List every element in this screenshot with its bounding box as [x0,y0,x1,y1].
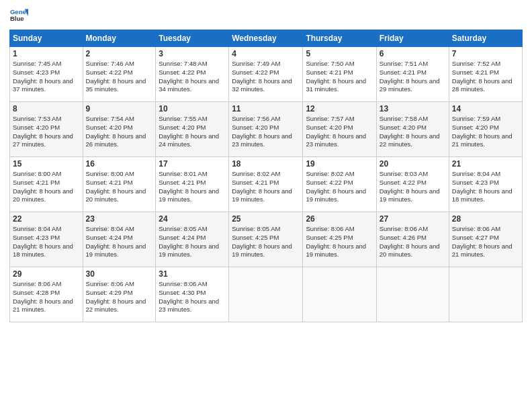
day-number: 15 [13,159,80,169]
table-row: 16 Sunrise: 8:00 AMSunset: 4:21 PMDaylig… [83,157,156,212]
day-info: Sunrise: 7:58 AMSunset: 4:20 PMDaylight:… [380,115,440,148]
day-info: Sunrise: 8:06 AMSunset: 4:29 PMDaylight:… [86,280,146,313]
day-info: Sunrise: 8:04 AMSunset: 4:24 PMDaylight:… [86,225,146,258]
table-row: 19 Sunrise: 8:02 AMSunset: 4:22 PMDaylig… [303,157,376,212]
day-header-wednesday: Wednesday [229,30,303,47]
day-number: 21 [452,159,519,169]
table-row: 27 Sunrise: 8:06 AMSunset: 4:26 PMDaylig… [376,212,449,267]
table-row [449,267,522,322]
table-row: 9 Sunrise: 7:54 AMSunset: 4:20 PMDayligh… [83,102,156,157]
table-row: 31 Sunrise: 8:06 AMSunset: 4:30 PMDaylig… [156,267,229,322]
day-info: Sunrise: 8:04 AMSunset: 4:23 PMDaylight:… [452,170,513,203]
day-info: Sunrise: 7:46 AMSunset: 4:22 PMDaylight:… [86,60,146,93]
day-number: 2 [86,49,153,58]
day-number: 26 [306,214,373,224]
day-info: Sunrise: 7:53 AMSunset: 4:20 PMDaylight:… [13,115,73,148]
table-row: 24 Sunrise: 8:05 AMSunset: 4:24 PMDaylig… [156,212,229,267]
day-info: Sunrise: 7:52 AMSunset: 4:21 PMDaylight:… [452,60,513,93]
table-row [376,267,449,322]
day-number: 8 [13,104,80,113]
table-row: 4 Sunrise: 7:49 AMSunset: 4:22 PMDayligh… [229,47,303,102]
day-info: Sunrise: 8:05 AMSunset: 4:25 PMDaylight:… [232,225,292,258]
day-number: 11 [232,104,300,113]
table-row [229,267,303,322]
svg-text:Blue: Blue [10,15,24,22]
table-row: 29 Sunrise: 8:06 AMSunset: 4:28 PMDaylig… [10,267,83,322]
table-row: 1 Sunrise: 7:45 AMSunset: 4:23 PMDayligh… [10,47,83,102]
table-row: 25 Sunrise: 8:05 AMSunset: 4:25 PMDaylig… [229,212,303,267]
logo: General Blue [9,7,28,26]
day-info: Sunrise: 7:49 AMSunset: 4:22 PMDaylight:… [232,60,292,93]
day-number: 19 [306,159,373,169]
day-info: Sunrise: 7:55 AMSunset: 4:20 PMDaylight:… [159,115,219,148]
day-number: 4 [232,49,300,58]
day-number: 27 [380,214,446,224]
table-row: 5 Sunrise: 7:50 AMSunset: 4:21 PMDayligh… [303,47,376,102]
day-number: 31 [159,269,226,279]
day-header-sunday: Sunday [10,30,83,47]
day-number: 25 [232,214,300,224]
table-row: 2 Sunrise: 7:46 AMSunset: 4:22 PMDayligh… [83,47,156,102]
day-header-tuesday: Tuesday [156,30,229,47]
day-header-thursday: Thursday [303,30,376,47]
day-info: Sunrise: 7:56 AMSunset: 4:20 PMDaylight:… [232,115,292,148]
table-row [303,267,376,322]
table-row: 21 Sunrise: 8:04 AMSunset: 4:23 PMDaylig… [449,157,522,212]
day-info: Sunrise: 8:06 AMSunset: 4:25 PMDaylight:… [306,225,366,258]
day-header-monday: Monday [83,30,156,47]
day-number: 24 [159,214,226,224]
day-header-friday: Friday [376,30,449,47]
page-header: General Blue [9,7,523,26]
day-info: Sunrise: 8:00 AMSunset: 4:21 PMDaylight:… [86,170,146,203]
day-info: Sunrise: 8:02 AMSunset: 4:22 PMDaylight:… [306,170,366,203]
day-number: 6 [380,49,446,58]
day-number: 5 [306,49,373,58]
day-info: Sunrise: 8:06 AMSunset: 4:27 PMDaylight:… [452,225,513,258]
day-header-saturday: Saturday [449,30,522,47]
logo-icon: General Blue [9,7,28,26]
table-row: 8 Sunrise: 7:53 AMSunset: 4:20 PMDayligh… [10,102,83,157]
day-number: 30 [86,269,153,279]
day-info: Sunrise: 7:59 AMSunset: 4:20 PMDaylight:… [452,115,513,148]
day-number: 9 [86,104,153,113]
day-number: 7 [452,49,519,58]
day-number: 13 [380,104,446,113]
day-info: Sunrise: 7:51 AMSunset: 4:21 PMDaylight:… [380,60,440,93]
table-row: 7 Sunrise: 7:52 AMSunset: 4:21 PMDayligh… [449,47,522,102]
table-row: 28 Sunrise: 8:06 AMSunset: 4:27 PMDaylig… [449,212,522,267]
day-info: Sunrise: 7:57 AMSunset: 4:20 PMDaylight:… [306,115,366,148]
day-info: Sunrise: 8:06 AMSunset: 4:28 PMDaylight:… [13,280,73,313]
calendar-table: SundayMondayTuesdayWednesdayThursdayFrid… [9,30,523,322]
table-row: 17 Sunrise: 8:01 AMSunset: 4:21 PMDaylig… [156,157,229,212]
day-number: 23 [86,214,153,224]
table-row: 11 Sunrise: 7:56 AMSunset: 4:20 PMDaylig… [229,102,303,157]
day-info: Sunrise: 8:00 AMSunset: 4:21 PMDaylight:… [13,170,73,203]
table-row: 26 Sunrise: 8:06 AMSunset: 4:25 PMDaylig… [303,212,376,267]
day-info: Sunrise: 7:50 AMSunset: 4:21 PMDaylight:… [306,60,366,93]
day-number: 29 [13,269,80,279]
table-row: 3 Sunrise: 7:48 AMSunset: 4:22 PMDayligh… [156,47,229,102]
day-info: Sunrise: 7:54 AMSunset: 4:20 PMDaylight:… [86,115,146,148]
day-number: 28 [452,214,519,224]
table-row: 13 Sunrise: 7:58 AMSunset: 4:20 PMDaylig… [376,102,449,157]
day-info: Sunrise: 8:06 AMSunset: 4:30 PMDaylight:… [159,280,219,313]
day-number: 18 [232,159,300,169]
day-number: 14 [452,104,519,113]
table-row: 18 Sunrise: 8:02 AMSunset: 4:21 PMDaylig… [229,157,303,212]
day-info: Sunrise: 8:01 AMSunset: 4:21 PMDaylight:… [159,170,219,203]
day-number: 16 [86,159,153,169]
day-info: Sunrise: 8:03 AMSunset: 4:22 PMDaylight:… [380,170,440,203]
day-number: 17 [159,159,226,169]
day-number: 10 [159,104,226,113]
day-info: Sunrise: 8:02 AMSunset: 4:21 PMDaylight:… [232,170,292,203]
table-row: 6 Sunrise: 7:51 AMSunset: 4:21 PMDayligh… [376,47,449,102]
day-info: Sunrise: 8:04 AMSunset: 4:23 PMDaylight:… [13,225,73,258]
table-row: 30 Sunrise: 8:06 AMSunset: 4:29 PMDaylig… [83,267,156,322]
table-row: 22 Sunrise: 8:04 AMSunset: 4:23 PMDaylig… [10,212,83,267]
day-info: Sunrise: 8:06 AMSunset: 4:26 PMDaylight:… [380,225,440,258]
table-row: 14 Sunrise: 7:59 AMSunset: 4:20 PMDaylig… [449,102,522,157]
day-info: Sunrise: 8:05 AMSunset: 4:24 PMDaylight:… [159,225,219,258]
day-number: 3 [159,49,226,58]
table-row: 23 Sunrise: 8:04 AMSunset: 4:24 PMDaylig… [83,212,156,267]
table-row: 15 Sunrise: 8:00 AMSunset: 4:21 PMDaylig… [10,157,83,212]
